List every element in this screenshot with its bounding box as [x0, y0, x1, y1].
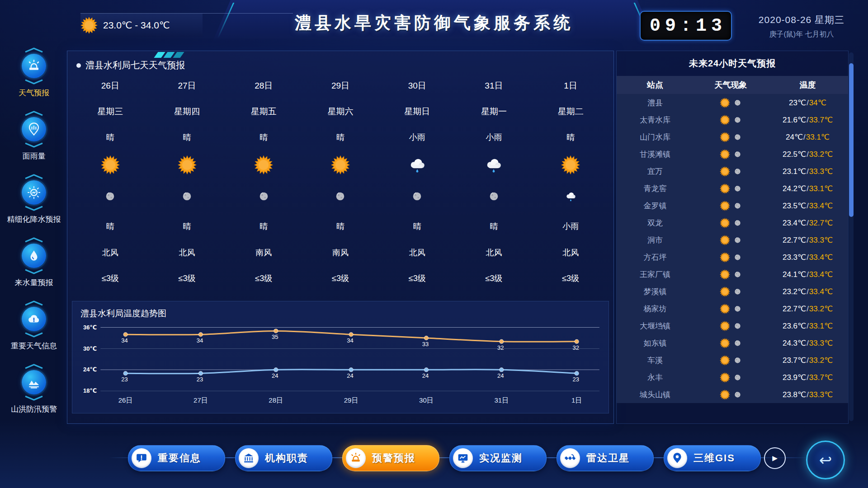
forecast-night-condition: 晴 [183, 221, 191, 232]
temperature-trend-panel: 澧县水利局温度趋势图 36℃30℃24℃18℃26日27日28日29日30日31… [72, 301, 609, 413]
temp-high: 33.3℃ [809, 339, 833, 347]
station-row[interactable]: 车溪 23.7℃/33.2℃ [617, 352, 848, 369]
station-temperature: 23.2℃/33.4℃ [768, 287, 847, 296]
station-name: 澧县 [617, 98, 693, 108]
svg-text:18℃: 18℃ [83, 387, 97, 394]
sun-icon [720, 338, 730, 348]
svg-text:34: 34 [197, 337, 203, 344]
station-row[interactable]: 梦溪镇 23.2℃/33.4℃ [617, 283, 848, 300]
station-row[interactable]: 如东镇 24.3℃/33.3℃ [617, 334, 848, 352]
sidebar-item-label: 山洪防汛预警 [11, 404, 57, 414]
svg-text:34: 34 [347, 337, 354, 344]
temp-high: 33.3℃ [809, 236, 833, 244]
station-row[interactable]: 城头山镇 23.8℃/33.3℃ [617, 386, 848, 403]
sidebar-item-label: 重要天气信息 [11, 341, 57, 351]
station-row[interactable]: 大堰垱镇 23.6℃/33.1℃ [617, 317, 848, 334]
temp-separator: / [806, 287, 809, 296]
temp-separator: / [806, 322, 809, 330]
station-weather-icons [693, 218, 768, 228]
station-name: 金罗镇 [617, 201, 693, 211]
sun-icon [720, 166, 730, 177]
temp-low: 23.9℃ [783, 373, 806, 382]
station-row[interactable]: 杨家坊 22.7℃/33.2℃ [617, 300, 848, 317]
forecast-day-weather-icon [331, 155, 350, 177]
sidebar-item[interactable]: 天气预报 [2, 47, 66, 98]
sidebar-item[interactable]: 山洪防汛预警 [2, 363, 66, 414]
svg-text:32: 32 [497, 344, 504, 351]
station-row[interactable]: 青龙窖 24.2℃/33.1℃ [617, 180, 848, 197]
forecast-wind-level: ≤3级 [409, 273, 426, 284]
nav-button-icon [560, 448, 580, 468]
station-temperature: 22.7℃/33.3℃ [768, 235, 847, 245]
forecast-day-condition: 晴 [566, 132, 575, 143]
svg-text:28日: 28日 [269, 396, 283, 404]
station-name: 双龙 [617, 218, 693, 228]
scrollbar-thumb[interactable] [849, 63, 854, 217]
return-button[interactable]: ↩ [806, 441, 845, 479]
moon-icon [733, 390, 742, 399]
nav-button[interactable]: 三维GIS [664, 445, 761, 471]
chevron-up-icon [24, 47, 44, 53]
station-weather-icons [693, 166, 768, 177]
chevron-down-icon [24, 142, 44, 148]
station-row[interactable]: 澧县 23℃/34℃ [617, 94, 848, 111]
sun-icon [720, 269, 730, 280]
temp-separator: / [803, 133, 806, 141]
temp-low: 23.7℃ [783, 356, 806, 365]
sidebar-item[interactable]: 重要天气信息 [2, 300, 66, 351]
sidebar-item-icon [22, 307, 46, 331]
nav-button[interactable]: 实况监测 [449, 445, 547, 471]
forecast-night-weather-icon [488, 190, 500, 205]
chevron-down-icon [24, 206, 44, 211]
station-name: 永丰 [617, 372, 693, 383]
next-24h-panel: 未来24小时天气预报 站点 天气现象 温度 澧县 23℃/34℃ [616, 51, 849, 424]
svg-text:24: 24 [347, 372, 354, 379]
sidebar-item[interactable]: 来水量预报 [2, 237, 66, 288]
sun-icon [720, 98, 730, 108]
panel-corner-decoration [156, 52, 182, 58]
station-name: 太青水库 [617, 115, 693, 125]
temp-high: 33.4℃ [809, 270, 833, 279]
nav-button[interactable]: 重要信息 [128, 445, 225, 471]
station-row[interactable]: 甘溪滩镇 22.5℃/33.2℃ [617, 145, 848, 163]
forecast-night-weather-icon [258, 190, 270, 205]
nav-button-label: 预警预报 [372, 451, 415, 465]
station-row[interactable]: 永丰 23.9℃/33.7℃ [617, 369, 848, 386]
station-row[interactable]: 金罗镇 23.5℃/33.4℃ [617, 197, 848, 214]
station-row[interactable]: 太青水库 21.6℃/33.7℃ [617, 111, 848, 128]
moon-icon [733, 184, 742, 193]
sun-icon [720, 201, 730, 211]
nav-button[interactable]: 雷达卫星 [557, 445, 654, 471]
station-temperature: 23.9℃/33.7℃ [768, 373, 847, 382]
temp-low: 21.6℃ [783, 116, 806, 124]
play-button[interactable]: ▶ [764, 447, 786, 469]
nav-button-icon [667, 448, 687, 468]
forecast-grid: 26日 星期三 晴 晴 北风 ≤3级 27日 星期四 晴 晴 北风 ≤3级 [67, 73, 613, 291]
chevron-up-icon [24, 110, 44, 116]
sidebar-item-icon [22, 54, 46, 78]
forecast-date: 30日 [408, 80, 426, 92]
chevron-up-icon [24, 174, 44, 179]
nav-button[interactable]: 预警预报 [342, 445, 439, 471]
forecast-weekday: 星期一 [481, 106, 507, 117]
sidebar-item[interactable]: 面雨量 [2, 110, 66, 161]
station-row[interactable]: 方石坪 23.3℃/33.4℃ [617, 249, 848, 266]
svg-text:24℃: 24℃ [83, 366, 97, 373]
station-row[interactable]: 王家厂镇 24.1℃/33.4℃ [617, 266, 848, 283]
temp-high: 33.7℃ [809, 116, 833, 124]
forecast-day-column: 26日 星期三 晴 晴 北风 ≤3级 [72, 73, 149, 291]
forecast-wind-level: ≤3级 [179, 273, 196, 284]
nav-button[interactable]: 机构职责 [235, 445, 332, 471]
sidebar: 天气预报 面雨量 精细化降水预报 来水量预报 重要天气信息 [0, 47, 68, 427]
station-row[interactable]: 山门水库 24℃/33.1℃ [617, 128, 848, 145]
svg-text:24: 24 [272, 372, 278, 379]
temp-low: 22.5℃ [783, 150, 806, 159]
station-row[interactable]: 洞市 22.7℃/33.3℃ [617, 231, 848, 249]
temp-high: 33.4℃ [809, 202, 833, 210]
station-row[interactable]: 宜万 23.1℃/33.3℃ [617, 163, 848, 180]
sidebar-item[interactable]: 精细化降水预报 [2, 174, 66, 225]
nav-button-icon [453, 448, 473, 468]
nav-button-label: 实况监测 [479, 451, 523, 465]
station-row[interactable]: 双龙 23.4℃/32.7℃ [617, 214, 848, 231]
forecast-day-condition: 小雨 [409, 132, 425, 143]
